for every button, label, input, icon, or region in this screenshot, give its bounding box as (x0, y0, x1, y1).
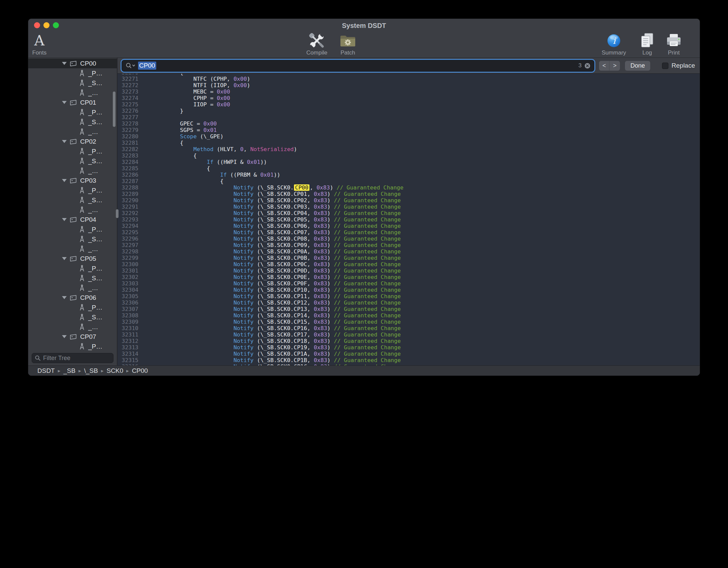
tree-item-cp00[interactable]: CP00 (28, 59, 117, 68)
breadcrumb-item[interactable]: DSDT (37, 367, 55, 375)
code-token: (\_SB.SCK0.CP17, (254, 331, 314, 338)
line-number: 32294 (118, 223, 138, 229)
tree-item-cp07[interactable]: CP07 (28, 332, 117, 342)
minimize-button[interactable] (43, 22, 49, 28)
disclosure-triangle-icon[interactable] (62, 257, 67, 260)
breadcrumb-item[interactable]: _SB (63, 367, 75, 375)
tree-item-cp02-child[interactable]: _P… (28, 146, 117, 156)
tree-item-cp07-child[interactable]: _P… (28, 342, 117, 351)
breadcrumb-separator-icon: ▸ (101, 368, 104, 374)
code-token: // Guaranteed Change (334, 319, 401, 325)
find-next-button[interactable]: > (609, 61, 620, 71)
disclosure-triangle-icon[interactable] (62, 335, 67, 338)
tree-item-cp00-child[interactable]: _… (28, 88, 117, 98)
code-line: Method (HLVT, 0, NotSerialized) (153, 146, 403, 152)
tree-item-cp02[interactable]: CP02 (28, 137, 117, 146)
log-button[interactable]: Log (633, 32, 661, 56)
tree-item-cp01-child[interactable]: _… (28, 127, 117, 137)
tree-item-cp03-child[interactable]: _P… (28, 185, 117, 195)
find-previous-button[interactable]: < (599, 61, 609, 71)
tree-item-cp06-child[interactable]: _P… (28, 303, 117, 312)
code-token: ) (330, 184, 337, 191)
line-number: 32304 (118, 287, 138, 293)
filter-tree-input[interactable]: Filter Tree (32, 353, 113, 363)
code-editor[interactable]: 3227032271322723227332274322753227632277… (118, 74, 700, 365)
print-label: Print (668, 49, 680, 56)
code-token: (\_SB.SCK0.CP0D, (254, 268, 314, 274)
tree-item-cp05[interactable]: CP05 (28, 254, 117, 263)
tree-item-cp01-child[interactable]: _P… (28, 107, 117, 117)
tree-item-cp03[interactable]: CP03 (28, 176, 117, 185)
code-token: (\_SB.SCK0.CP0B, (254, 255, 314, 261)
tree-item-cp06[interactable]: CP06 (28, 293, 117, 303)
code-token: (\_SB.SCK0. (254, 184, 294, 191)
tree-item-cp00-child[interactable]: _S… (28, 78, 117, 88)
tree-item-cp04-child[interactable]: _P… (28, 224, 117, 234)
code-token: Method (193, 146, 213, 152)
disclosure-triangle-icon[interactable] (62, 140, 67, 143)
disclosure-triangle-icon[interactable] (62, 62, 67, 65)
code-token: , (243, 146, 250, 152)
code-token: Notify (233, 299, 254, 306)
close-button[interactable] (34, 22, 40, 28)
breadcrumb-item[interactable]: SCK0 (106, 367, 123, 375)
tree-item-cp02-child[interactable]: _S… (28, 156, 117, 166)
code-token: ) (327, 242, 334, 248)
breadcrumb-bar: DSDT▸_SB▸\_SB▸SCK0▸CP00 (28, 365, 700, 376)
method-icon (79, 265, 85, 272)
breadcrumb-item[interactable]: \_SB (84, 367, 98, 375)
method-icon (79, 128, 85, 135)
tree-item-cp00-child[interactable]: _P… (28, 68, 117, 78)
summary-button[interactable]: i Summary (600, 32, 628, 56)
search-icon[interactable] (125, 62, 135, 69)
fonts-button[interactable]: A Fonts (28, 32, 51, 56)
tree-item-cp05-child[interactable]: _S… (28, 273, 117, 283)
code-token: ) (327, 338, 334, 344)
main-pane: CP00 3 < > Done Replace (118, 58, 700, 365)
tree-item-cp04-child[interactable]: _S… (28, 234, 117, 244)
pane-divider[interactable] (117, 58, 118, 365)
done-button[interactable]: Done (625, 61, 650, 71)
pane-divider-handle[interactable] (116, 209, 119, 218)
tree-item-cp02-child[interactable]: _… (28, 166, 117, 176)
line-number: 32305 (118, 293, 138, 299)
disclosure-triangle-icon[interactable] (62, 296, 67, 299)
tree-item-cp03-child[interactable]: _… (28, 205, 117, 215)
code-token: 0x83 (314, 287, 327, 293)
tree-item-cp01[interactable]: CP01 (28, 98, 117, 107)
code-token: // Guaranteed Change (334, 325, 401, 331)
tree-item-label: _P… (88, 304, 102, 311)
tree-item-cp05-child[interactable]: _… (28, 283, 117, 293)
clear-search-button[interactable] (584, 63, 591, 69)
tree-item-cp04-child[interactable]: _… (28, 244, 117, 254)
code-line: Notify (\_SB.SCK0.CP19, 0x83) // Guarant… (153, 344, 403, 351)
replace-checkbox[interactable] (662, 63, 668, 69)
tree-item-cp06-child[interactable]: _… (28, 322, 117, 332)
patch-button[interactable]: Patch (333, 32, 363, 56)
code-token: Notify (233, 210, 254, 216)
code-token: 0x83 (314, 351, 327, 357)
tree-item-cp01-child[interactable]: _S… (28, 117, 117, 127)
code-token: // Guaranteed Change (334, 299, 401, 306)
tree-item-label: CP04 (80, 216, 96, 223)
code-token: 0x83 (314, 255, 327, 261)
tree-item-label: CP06 (80, 294, 96, 301)
sidebar-scrollbar[interactable] (113, 92, 115, 127)
disclosure-triangle-icon[interactable] (62, 218, 67, 221)
zoom-button[interactable] (53, 22, 59, 28)
compile-button[interactable]: Compile (302, 32, 332, 56)
tree-item-cp05-child[interactable]: _P… (28, 263, 117, 273)
tree-item-cp04[interactable]: CP04 (28, 215, 117, 224)
print-button[interactable]: Print (660, 32, 688, 56)
disclosure-triangle-icon[interactable] (62, 101, 67, 104)
tree-item-cp03-child[interactable]: _S… (28, 195, 117, 205)
scope-icon (69, 178, 77, 184)
breadcrumb-item[interactable]: CP00 (132, 367, 148, 375)
tree-item-cp06-child[interactable]: _S… (28, 312, 117, 322)
tree-item-label: CP02 (80, 138, 96, 145)
search-input[interactable]: CP00 3 (122, 60, 594, 71)
disclosure-triangle-icon[interactable] (62, 179, 67, 182)
breadcrumb-separator-icon: ▸ (58, 368, 61, 374)
code-token: ) (327, 216, 334, 223)
line-number: 32314 (118, 351, 138, 357)
